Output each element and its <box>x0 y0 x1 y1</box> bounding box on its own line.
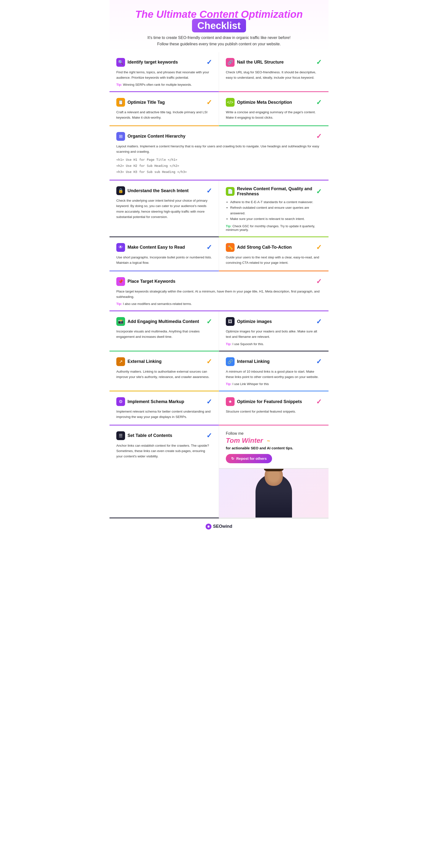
tip: Tip: I use Squoosh for this. <box>226 342 322 346</box>
title-main: The Ultimate Content Optimization <box>135 8 303 20</box>
card-body: Check URL slug for SEO-friendliness. It … <box>226 70 322 81</box>
code-icon: </> <box>226 98 235 107</box>
card-body: Optimize images for your readers and bot… <box>226 329 322 340</box>
card-title: Place Target Keywords <box>128 279 175 284</box>
card-title: Organize Content Hierarchy <box>128 134 186 139</box>
logo-icon <box>206 524 211 529</box>
repost-icon: ↻ <box>231 456 234 461</box>
eye-icon: 👁 <box>116 243 125 252</box>
person-hair <box>264 469 283 471</box>
card-body: Layout matters. Implement a content hier… <box>116 144 322 155</box>
repost-label: Repost for others <box>236 456 267 461</box>
card-title: Identify target keywords <box>128 60 178 65</box>
card-title: Understand the Search Intent <box>128 188 189 193</box>
code-examples: <h1> Use H1 for Page Title </h1> <h2> Us… <box>116 157 322 175</box>
link-icon: 🔗 <box>226 58 235 67</box>
card-body: Craft a relevant and attractive title ta… <box>116 110 212 121</box>
footer: SEOwind <box>109 518 329 534</box>
card-title: Implement Schema Markup <box>128 399 184 404</box>
seowind-logo: SEOwind <box>206 524 232 529</box>
row-5: 👁 Make Content Easy to Read ✓ Use short … <box>109 237 329 271</box>
card-body: Structure content for potential featured… <box>226 409 322 414</box>
checkmark: ✓ <box>316 98 322 106</box>
card-header: 🖼 Optimize images ✓ <box>226 317 322 326</box>
row-7: 📸 Add Engaging Multimedia Content ✓ Inco… <box>109 311 329 351</box>
card-header: 📄 Review Content Format, Quality and Fre… <box>226 186 322 196</box>
checkmark: ✓ <box>206 98 212 106</box>
card-header: ☰ Set Table of Contents ✓ <box>116 431 212 440</box>
card-title: Make Content Easy to Read <box>128 245 185 250</box>
card-body: Implement relevant schema for better con… <box>116 409 212 420</box>
card-title: Optimize Meta Description <box>237 100 292 105</box>
header-subtitle: It's time to create SEO-friendly content… <box>119 35 319 47</box>
checkmark: ✓ <box>206 187 212 195</box>
lock-icon: 🔒 <box>116 186 125 195</box>
checkmark: ✓ <box>206 432 212 440</box>
row-6: 📌 Place Target Keywords ✓ Place target k… <box>109 271 329 311</box>
card-title: Optimize for Featured Snippets <box>237 399 302 404</box>
card-title: Nail the URL Structure <box>237 60 284 65</box>
hierarchy-icon: ⊞ <box>116 132 125 141</box>
card-body: Authority matters. Linking to authoritat… <box>116 369 212 380</box>
card-title: Review Content Format, Quality and Fresh… <box>237 186 316 196</box>
image-icon: 🖼 <box>226 317 235 326</box>
card-body: Guide your users to the next step with a… <box>226 255 322 266</box>
card-title: Optimize Title Tag <box>128 100 165 105</box>
checkmark: ✓ <box>206 318 212 326</box>
page-title: The Ultimate Content Optimization Checkl… <box>119 9 319 31</box>
schema-card: ⚙ Implement Schema Markup ✓ Implement re… <box>109 392 219 426</box>
checkmark: ✓ <box>316 188 322 195</box>
card-body: Find the right terms, topics, and phrase… <box>116 70 212 81</box>
internal-link-icon: 🔗 <box>226 357 235 366</box>
card-header: 👁 Make Content Easy to Read ✓ <box>116 243 212 252</box>
meta-desc-card: </> Optimize Meta Description ✓ Write a … <box>219 92 329 126</box>
refresh-icon: 📄 <box>226 187 235 196</box>
card-body: Write a concise and engaging summary of … <box>226 110 322 121</box>
external-link-icon: ↗ <box>116 357 125 366</box>
title-icon: 📋 <box>116 98 125 107</box>
card-body: Incorporate visuals and multimedia. Anyt… <box>116 329 212 340</box>
follow-name: Tom Winter ~ <box>226 437 322 444</box>
keywords-icon: 📌 <box>116 277 125 286</box>
card-header: </> Optimize Meta Description ✓ <box>226 98 322 107</box>
follow-desc: for actionable SEO and AI content tips. <box>226 446 322 450</box>
header: The Ultimate Content Optimization Checkl… <box>109 0 329 52</box>
multimedia-icon: 📸 <box>116 317 125 326</box>
checkmark: ✓ <box>316 398 322 406</box>
row-10: ☰ Set Table of Contents ✓ Anchor links c… <box>109 426 329 518</box>
card-header: 📸 Add Engaging Multimedia Content ✓ <box>116 317 212 326</box>
checkmark: ✓ <box>206 358 212 366</box>
search-icon: 🔍 <box>116 58 125 67</box>
pencil-icon: ✏️ <box>226 243 235 252</box>
checkmark: ✓ <box>206 398 212 406</box>
checkmark: ✓ <box>316 318 322 326</box>
card-title: Add Engaging Multimedia Content <box>128 319 199 324</box>
card-title: Add Strong Call-To-Action <box>237 245 292 250</box>
row-4: 🔒 Understand the Search Intent ✓ Check t… <box>109 181 329 237</box>
card-title: External Linking <box>128 359 162 364</box>
external-linking-card: ↗ External Linking ✓ Authority matters. … <box>109 351 219 392</box>
place-keywords-card: 📌 Place Target Keywords ✓ Place target k… <box>109 271 329 311</box>
person-container <box>249 469 298 518</box>
tip: Tip: Check GSC for monthly changes. Try … <box>226 224 322 231</box>
card-body: Place target keywords strategically with… <box>116 289 322 300</box>
card-body: Check the underlying user intent behind … <box>116 198 212 220</box>
follow-section: Follow me Tom Winter ~ for actionable SE… <box>219 426 329 518</box>
content-hierarchy-card: ⊞ Organize Content Hierarchy ✓ Layout ma… <box>109 126 329 181</box>
card-body: Use short paragraphs. Incorporate bullet… <box>116 255 212 266</box>
card-header: 🔍 Identify target keywords ✓ <box>116 58 212 67</box>
card-header: ⊞ Organize Content Hierarchy ✓ <box>116 132 322 141</box>
tip: Tip: Winning SERPs often rank for multip… <box>116 83 212 87</box>
card-title: Optimize images <box>237 319 272 324</box>
content-format-card: 📄 Review Content Format, Quality and Fre… <box>219 181 329 237</box>
bullet-item: Adhere to the E-E-A-T standards for a co… <box>230 199 322 205</box>
row-3: ⊞ Organize Content Hierarchy ✓ Layout ma… <box>109 126 329 181</box>
checkmark: ✓ <box>316 132 322 140</box>
title-tag-card: 📋 Optimize Title Tag ✓ Craft a relevant … <box>109 92 219 126</box>
checkmark: ✓ <box>206 58 212 66</box>
bullet-item: Make sure your content is relevant to se… <box>230 216 322 222</box>
row-2: 📋 Optimize Title Tag ✓ Craft a relevant … <box>109 92 329 126</box>
repost-button[interactable]: ↻ Repost for others <box>226 454 272 463</box>
photo-card <box>219 469 329 518</box>
card-header: ✏️ Add Strong Call-To-Action ✓ <box>226 243 322 252</box>
